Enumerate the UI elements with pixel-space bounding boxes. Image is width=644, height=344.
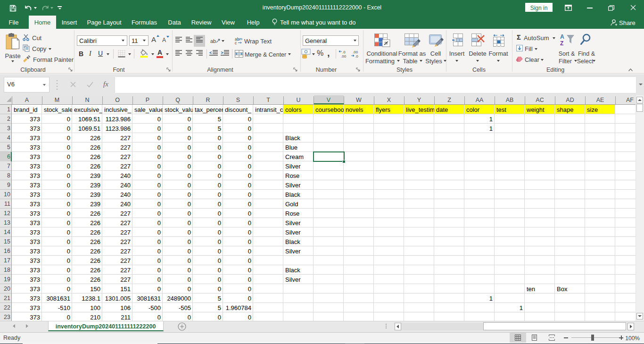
svg-text:Z: Z bbox=[560, 40, 563, 47]
svg-text:ab: ab bbox=[210, 38, 216, 44]
svg-text:A: A bbox=[560, 34, 564, 40]
